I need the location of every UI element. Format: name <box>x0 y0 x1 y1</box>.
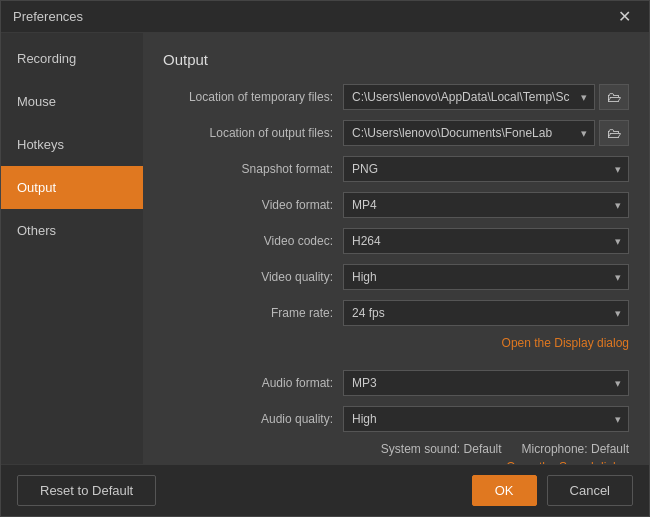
audio-format-dropdown-wrapper: MP3 <box>343 370 629 396</box>
audio-quality-dropdown-wrapper: High <box>343 406 629 432</box>
snapshot-format-row: Snapshot format: PNG <box>163 156 629 182</box>
audio-quality-control: High <box>343 406 629 432</box>
sidebar-item-recording[interactable]: Recording <box>1 37 143 80</box>
video-quality-label: Video quality: <box>163 270 343 284</box>
video-format-dropdown-wrapper: MP4 <box>343 192 629 218</box>
frame-rate-control: 24 fps <box>343 300 629 326</box>
sidebar-item-output[interactable]: Output <box>1 166 143 209</box>
sidebar-item-hotkeys[interactable]: Hotkeys <box>1 123 143 166</box>
output-section-title: Output <box>163 51 629 68</box>
system-sound-info: System sound: Default <box>381 442 502 456</box>
sidebar-item-mouse[interactable]: Mouse <box>1 80 143 123</box>
snapshot-format-dropdown-wrapper: PNG <box>343 156 629 182</box>
ok-button[interactable]: OK <box>472 475 537 506</box>
temp-files-select[interactable]: C:\Users\lenovo\AppData\Local\Temp\Scree… <box>343 84 595 110</box>
video-quality-row: Video quality: High <box>163 264 629 290</box>
snapshot-format-control: PNG <box>343 156 629 182</box>
output-files-label: Location of output files: <box>163 126 343 140</box>
preferences-dialog: Preferences ✕ Recording Mouse Hotkeys Ou… <box>0 0 650 517</box>
close-button[interactable]: ✕ <box>612 5 637 28</box>
video-codec-select[interactable]: H264 <box>343 228 629 254</box>
dialog-content: Recording Mouse Hotkeys Output Others Ou… <box>1 33 649 464</box>
temp-files-label: Location of temporary files: <box>163 90 343 104</box>
open-display-dialog-link[interactable]: Open the Display dialog <box>502 336 629 350</box>
audio-quality-row: Audio quality: High <box>163 406 629 432</box>
audio-format-control: MP3 <box>343 370 629 396</box>
dialog-title: Preferences <box>13 9 83 24</box>
audio-format-select[interactable]: MP3 <box>343 370 629 396</box>
snapshot-format-label: Snapshot format: <box>163 162 343 176</box>
microphone-info: Microphone: Default <box>522 442 629 456</box>
footer: Reset to Default OK Cancel <box>1 464 649 516</box>
title-bar: Preferences ✕ <box>1 1 649 33</box>
video-quality-control: High <box>343 264 629 290</box>
snapshot-format-select[interactable]: PNG <box>343 156 629 182</box>
frame-rate-dropdown-wrapper: 24 fps <box>343 300 629 326</box>
main-panel: Output Location of temporary files: C:\U… <box>143 33 649 464</box>
frame-rate-select[interactable]: 24 fps <box>343 300 629 326</box>
video-quality-dropdown-wrapper: High <box>343 264 629 290</box>
frame-rate-label: Frame rate: <box>163 306 343 320</box>
temp-files-control: C:\Users\lenovo\AppData\Local\Temp\Scree… <box>343 84 629 110</box>
video-format-label: Video format: <box>163 198 343 212</box>
reset-button[interactable]: Reset to Default <box>17 475 156 506</box>
video-quality-select[interactable]: High <box>343 264 629 290</box>
output-files-folder-button[interactable]: 🗁 <box>599 120 629 146</box>
output-files-control: C:\Users\lenovo\Documents\FoneLab 🗁 <box>343 120 629 146</box>
temp-files-row: Location of temporary files: C:\Users\le… <box>163 84 629 110</box>
output-files-row: Location of output files: C:\Users\lenov… <box>163 120 629 146</box>
audio-format-label: Audio format: <box>163 376 343 390</box>
audio-quality-select[interactable]: High <box>343 406 629 432</box>
output-files-select[interactable]: C:\Users\lenovo\Documents\FoneLab <box>343 120 595 146</box>
audio-format-row: Audio format: MP3 <box>163 370 629 396</box>
video-format-row: Video format: MP4 <box>163 192 629 218</box>
output-files-dropdown-wrapper: C:\Users\lenovo\Documents\FoneLab <box>343 120 595 146</box>
video-format-control: MP4 <box>343 192 629 218</box>
temp-files-folder-button[interactable]: 🗁 <box>599 84 629 110</box>
audio-quality-label: Audio quality: <box>163 412 343 426</box>
sidebar-item-others[interactable]: Others <box>1 209 143 252</box>
sidebar: Recording Mouse Hotkeys Output Others <box>1 33 143 464</box>
video-format-select[interactable]: MP4 <box>343 192 629 218</box>
frame-rate-row: Frame rate: 24 fps <box>163 300 629 326</box>
cancel-button[interactable]: Cancel <box>547 475 633 506</box>
video-codec-control: H264 <box>343 228 629 254</box>
sound-info-row: System sound: Default Microphone: Defaul… <box>163 442 629 456</box>
temp-files-dropdown-wrapper: C:\Users\lenovo\AppData\Local\Temp\Scree… <box>343 84 595 110</box>
video-codec-label: Video codec: <box>163 234 343 248</box>
display-dialog-row: Open the Display dialog <box>163 336 629 350</box>
footer-right-buttons: OK Cancel <box>472 475 633 506</box>
video-codec-dropdown-wrapper: H264 <box>343 228 629 254</box>
video-codec-row: Video codec: H264 <box>163 228 629 254</box>
